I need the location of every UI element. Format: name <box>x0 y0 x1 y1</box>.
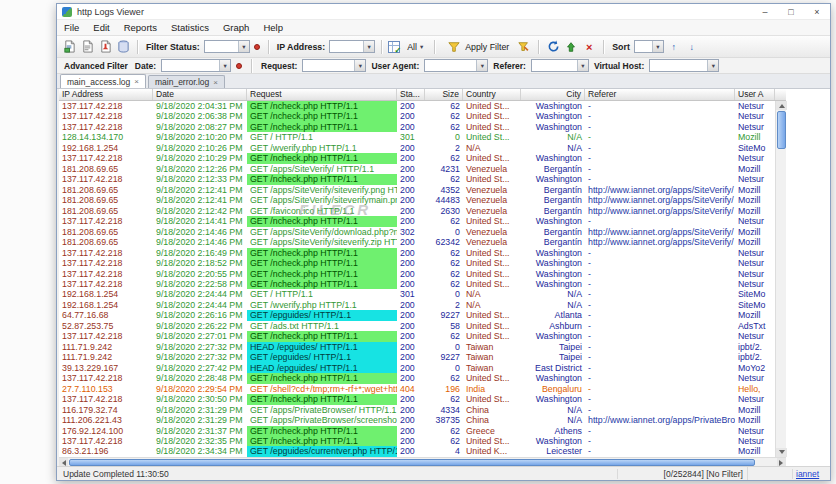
table-row[interactable]: 86.3.21.1969/18/2020 2:34:34 PMGET /epgu… <box>59 446 775 456</box>
refresh-icon[interactable] <box>545 39 561 54</box>
menu-file[interactable]: File <box>57 22 86 33</box>
menu-edit[interactable]: Edit <box>86 22 116 33</box>
export-icon[interactable] <box>97 39 113 54</box>
table-row[interactable]: 181.208.69.659/18/2020 2:14:46 PMGET /ap… <box>59 237 775 247</box>
table-row[interactable]: 137.117.42.2189/18/2020 2:16:49 PMGET /n… <box>59 248 775 258</box>
cell-referer: - <box>585 446 735 456</box>
table-row[interactable]: 192.168.1.2549/18/2020 2:24:44 PMGET / H… <box>59 289 775 299</box>
column-header-request[interactable]: Request <box>247 89 397 100</box>
clear-date-filter-icon[interactable] <box>236 63 242 69</box>
table-row[interactable]: 192.168.1.2549/18/2020 2:10:26 PMGET /wv… <box>59 143 775 153</box>
close-button[interactable]: × <box>804 4 830 19</box>
table-row[interactable]: 181.208.69.659/18/2020 2:14:46 PMGET /ap… <box>59 227 775 237</box>
column-header-ipaddress[interactable]: IP Address <box>59 89 153 100</box>
column-header-size[interactable]: Size <box>425 89 463 100</box>
table-row[interactable]: 137.117.42.2189/18/2020 2:12:33 PMGET /n… <box>59 174 775 184</box>
apply-filter-button[interactable]: Apply Filter <box>441 37 514 56</box>
table-row[interactable]: 52.87.253.759/18/2020 2:26:22 PMGET /ads… <box>59 321 775 331</box>
table-row[interactable]: 27.7.110.1539/18/2020 2:29:54 PMGET /she… <box>59 384 775 394</box>
column-header-referer[interactable]: Referer <box>585 89 735 100</box>
cell-status: 200 <box>397 373 425 383</box>
open-log-icon[interactable] <box>61 39 77 54</box>
table-row[interactable]: 137.117.42.2189/18/2020 2:32:35 PMGET /n… <box>59 436 775 446</box>
column-header-usera[interactable]: User A <box>735 89 775 100</box>
column-header-sta[interactable]: Sta... <box>397 89 425 100</box>
cell-date: 9/18/2020 2:08:27 PM <box>153 122 247 132</box>
ip-address-select[interactable]: ▾ <box>329 40 375 53</box>
sort-select[interactable]: ▾ <box>634 40 664 53</box>
table-row[interactable]: 137.117.42.2189/18/2020 2:28:48 PMGET /n… <box>59 373 775 383</box>
table-row[interactable]: 192.168.1.2549/18/2020 2:24:44 PMGET /wv… <box>59 300 775 310</box>
table-row[interactable]: 111.206.221.439/18/2020 2:31:29 PMGET /a… <box>59 415 775 425</box>
table-row[interactable]: 137.117.42.2189/18/2020 2:06:38 PMGET /n… <box>59 111 775 121</box>
scroll-down-icon[interactable] <box>776 448 787 457</box>
table-row[interactable]: 181.208.69.659/18/2020 2:12:42 PMGET /fa… <box>59 206 775 216</box>
sort-asc-icon[interactable]: ↑ <box>666 39 682 54</box>
cell-ua: Mozill <box>735 195 775 205</box>
table-row[interactable]: 64.77.16.689/18/2020 2:26:16 PMGET /epgu… <box>59 310 775 320</box>
table-row[interactable]: 128.14.134.1709/18/2020 2:10:20 PMGET / … <box>59 132 775 142</box>
clear-status-filter-icon[interactable] <box>254 44 260 50</box>
menu-graph[interactable]: Graph <box>216 22 256 33</box>
table-row[interactable]: 111.71.9.2429/18/2020 2:27:32 PMGET /epg… <box>59 352 775 362</box>
request-filter-input[interactable]: ▾ <box>302 59 366 72</box>
minimize-button[interactable]: – <box>752 4 778 19</box>
column-header-country[interactable]: Country <box>463 89 521 100</box>
cell-status: 200 <box>397 310 425 320</box>
load-update-icon[interactable] <box>563 39 579 54</box>
vertical-scroll-thumb[interactable] <box>777 111 786 149</box>
sort-desc-icon[interactable]: ↓ <box>684 39 700 54</box>
horizontal-scrollbar[interactable] <box>59 457 786 466</box>
tab-main_access.log[interactable]: main_access.log× <box>60 74 146 88</box>
table-row[interactable]: 137.117.42.2189/18/2020 2:18:52 PMGET /n… <box>59 258 775 268</box>
table-row[interactable]: 176.92.124.1009/18/2020 2:31:37 PMGET /n… <box>59 426 775 436</box>
cell-ua: Netsur <box>735 258 775 268</box>
delete-icon[interactable]: × <box>581 39 597 54</box>
table-row[interactable]: 39.13.229.1679/18/2020 2:27:42 PMHEAD /e… <box>59 363 775 373</box>
iannet-link[interactable]: iannet <box>796 469 819 479</box>
table-row[interactable]: 111.71.9.2429/18/2020 2:27:32 PMHEAD /ep… <box>59 342 775 352</box>
cell-country: United St... <box>463 436 521 446</box>
virtual-host-filter-input[interactable]: ▾ <box>649 59 719 72</box>
tab-label: main_access.log <box>67 77 130 87</box>
table-row[interactable]: 137.117.42.2189/18/2020 2:04:31 PMGET /n… <box>59 101 775 111</box>
table-row[interactable]: 181.208.69.659/18/2020 2:12:41 PMGET /ap… <box>59 185 775 195</box>
cell-date: 9/18/2020 2:22:58 PM <box>153 279 247 289</box>
table-row[interactable]: 137.117.42.2189/18/2020 2:27:01 PMGET /n… <box>59 331 775 341</box>
table-row[interactable]: 137.117.42.2189/18/2020 2:08:27 PMGET /n… <box>59 122 775 132</box>
table-row[interactable]: 181.208.69.659/18/2020 2:12:26 PMGET /ap… <box>59 164 775 174</box>
column-header-city[interactable]: City <box>521 89 585 100</box>
table-row[interactable]: 181.208.69.659/18/2020 2:12:41 PMGET /ap… <box>59 195 775 205</box>
close-tab-icon[interactable]: × <box>134 77 139 86</box>
edit-filter-icon[interactable] <box>516 39 532 54</box>
table-row[interactable]: 137.117.42.2189/18/2020 2:10:29 PMGET /n… <box>59 153 775 163</box>
date-filter-select[interactable]: ▾ <box>161 59 231 72</box>
table-row[interactable]: 137.117.42.2189/18/2020 2:30:50 PMGET /n… <box>59 394 775 404</box>
menu-help[interactable]: Help <box>256 22 290 33</box>
user-agent-filter-input[interactable]: ▾ <box>424 59 488 72</box>
close-tab-icon[interactable]: × <box>213 78 218 87</box>
cell-date: 9/18/2020 2:28:48 PM <box>153 373 247 383</box>
all-dropdown[interactable]: All ▾ <box>402 40 428 54</box>
table-row[interactable]: 116.179.32.749/18/2020 2:31:29 PMGET /ap… <box>59 405 775 415</box>
columns-grid-icon[interactable]: ✓ <box>388 41 400 53</box>
chevron-down-icon: ▾ <box>707 60 718 71</box>
open-file-icon[interactable] <box>79 39 95 54</box>
scroll-up-icon[interactable] <box>776 101 787 110</box>
cell-country: Greece <box>463 426 521 436</box>
vertical-scrollbar[interactable] <box>775 101 786 457</box>
tab-main_error.log[interactable]: main_error.log× <box>148 75 225 88</box>
table-row[interactable]: 137.117.42.2189/18/2020 2:20:55 PMGET /n… <box>59 269 775 279</box>
horizontal-scroll-thumb[interactable] <box>69 459 755 466</box>
filter-status-select[interactable]: ▾ <box>204 40 250 53</box>
referer-filter-input[interactable]: ▾ <box>531 59 589 72</box>
table-row[interactable]: 137.117.42.2189/18/2020 2:22:58 PMGET /n… <box>59 279 775 289</box>
database-icon[interactable] <box>115 39 131 54</box>
cell-date: 9/18/2020 2:10:29 PM <box>153 153 247 163</box>
menu-reports[interactable]: Reports <box>117 22 164 33</box>
column-header-date[interactable]: Date <box>153 89 247 100</box>
cell-status: 200 <box>397 269 425 279</box>
maximize-button[interactable]: □ <box>778 4 804 19</box>
menu-statistics[interactable]: Statistics <box>164 22 216 33</box>
table-row[interactable]: 137.117.42.2189/18/2020 2:14:41 PMGET /n… <box>59 216 775 226</box>
